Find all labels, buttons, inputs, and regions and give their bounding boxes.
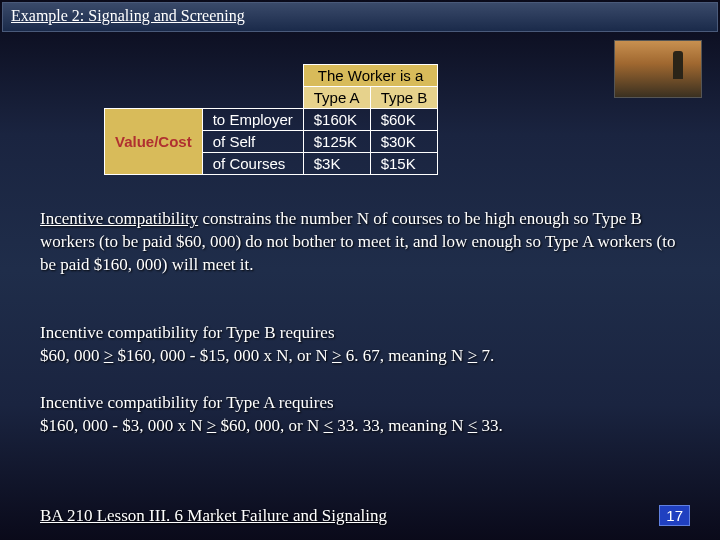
geq: > — [207, 416, 217, 435]
rowgroup-label: Value/Cost — [105, 109, 203, 175]
t: 7. — [477, 346, 494, 365]
cell: $30K — [370, 131, 438, 153]
t: $160, 000 - $15, 000 x N, or N — [113, 346, 332, 365]
t: $60, 000, or N — [216, 416, 323, 435]
cell: $3K — [303, 153, 370, 175]
t: $160, 000 - $3, 000 x N — [40, 416, 207, 435]
row-label: of Courses — [202, 153, 303, 175]
paragraph-3: Incentive compatibility for Type A requi… — [40, 392, 690, 438]
footer: BA 210 Lesson III. 6 Market Failure and … — [40, 505, 690, 526]
geq: > — [104, 346, 114, 365]
empty-cell — [105, 87, 203, 109]
col-type-a: Type A — [303, 87, 370, 109]
t: 33. 33, meaning N — [333, 416, 468, 435]
cell: $15K — [370, 153, 438, 175]
cell: $160K — [303, 109, 370, 131]
table-header-main: The Worker is a — [303, 65, 438, 87]
row-label: to Employer — [202, 109, 303, 131]
col-type-b: Type B — [370, 87, 438, 109]
paragraph-2: Incentive compatibility for Type B requi… — [40, 322, 690, 368]
geq: > — [468, 346, 478, 365]
geq: > — [332, 346, 342, 365]
term-underline: Incentive compatibility — [40, 209, 198, 228]
cell: $125K — [303, 131, 370, 153]
slide-title: Example 2: Signaling and Screening — [2, 2, 718, 32]
p2-line1: Incentive compatibility for Type B requi… — [40, 323, 335, 342]
page-number: 17 — [659, 505, 690, 526]
leq: < — [468, 416, 478, 435]
t: $60, 000 — [40, 346, 104, 365]
empty-cell — [202, 87, 303, 109]
decorative-image — [614, 40, 702, 98]
row-label: of Self — [202, 131, 303, 153]
slide: Example 2: Signaling and Screening The W… — [0, 0, 720, 540]
t: 33. — [477, 416, 503, 435]
value-cost-table: The Worker is a Type A Type B Value/Cost… — [104, 64, 438, 175]
empty-cell — [202, 65, 303, 87]
paragraph-1: Incentive compatibility constrains the n… — [40, 208, 690, 277]
t: 6. 67, meaning N — [342, 346, 468, 365]
leq: < — [324, 416, 334, 435]
cell: $60K — [370, 109, 438, 131]
p3-line1: Incentive compatibility for Type A requi… — [40, 393, 334, 412]
empty-cell — [105, 65, 203, 87]
footer-text: BA 210 Lesson III. 6 Market Failure and … — [40, 506, 387, 526]
